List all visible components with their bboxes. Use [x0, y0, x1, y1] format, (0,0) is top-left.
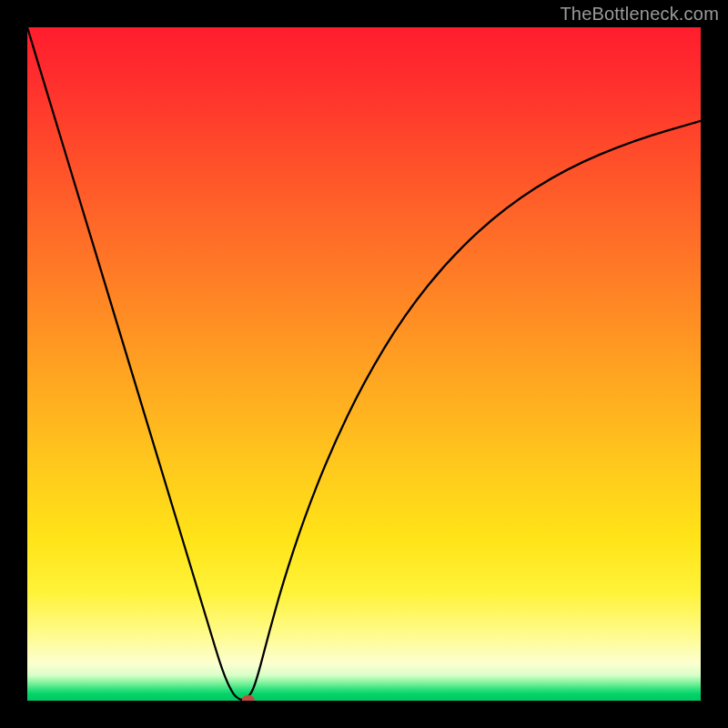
- chart-frame: TheBottleneck.com: [0, 0, 728, 728]
- bottleneck-curve: [27, 27, 701, 700]
- watermark-text: TheBottleneck.com: [560, 4, 719, 25]
- optimum-marker: [242, 695, 255, 701]
- chart-svg: [27, 27, 701, 701]
- plot-area: [27, 27, 701, 701]
